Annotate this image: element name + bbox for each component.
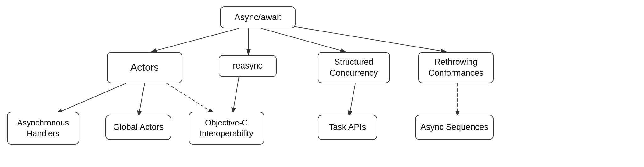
svg-line-8	[167, 83, 214, 113]
svg-line-6	[57, 83, 126, 113]
node-async-sequences: Async Sequences	[415, 115, 494, 140]
node-reasync: reasync	[219, 55, 277, 77]
arrows-svg	[0, 0, 644, 167]
svg-line-7	[138, 83, 145, 116]
svg-line-9	[233, 77, 239, 113]
svg-line-5	[277, 24, 447, 52]
svg-line-10	[349, 83, 355, 116]
node-structured-concurrency: StructuredConcurrency	[318, 52, 390, 83]
svg-line-2	[151, 28, 239, 52]
node-objc-interop: Objective-CInteroperability	[189, 112, 264, 145]
node-actors: Actors	[107, 52, 182, 83]
diagram-container: Async/await Actors reasync StructuredCon…	[0, 0, 644, 167]
node-rethrowing-conformances: RethrowingConformances	[418, 52, 494, 83]
node-task-apis: Task APIs	[318, 115, 377, 140]
node-async-handlers: AsynchronousHandlers	[7, 112, 79, 145]
node-global-actors: Global Actors	[105, 115, 171, 140]
svg-line-4	[261, 28, 346, 52]
node-async-await: Async/await	[220, 6, 296, 28]
